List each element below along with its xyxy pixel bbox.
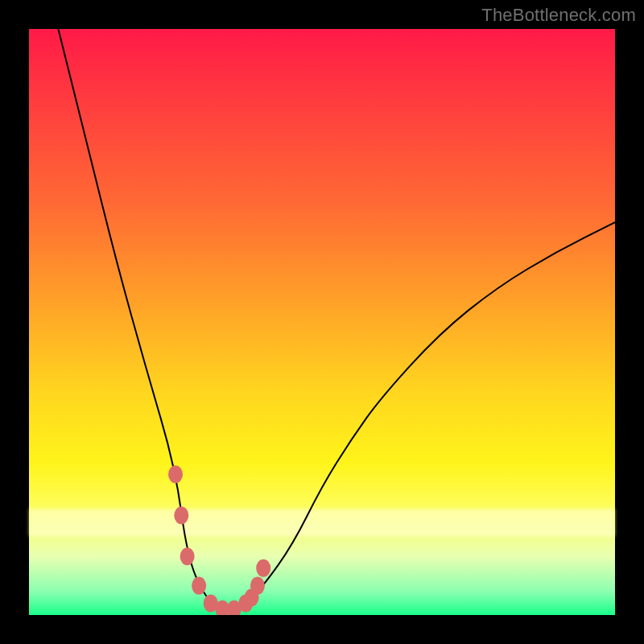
marker-point — [256, 559, 270, 577]
marker-point — [180, 547, 195, 565]
watermark-text: TheBottleneck.com — [481, 5, 636, 26]
plot-area — [29, 29, 615, 615]
marker-point — [245, 588, 259, 606]
marker-point — [192, 577, 206, 595]
marker-group — [168, 465, 270, 615]
marker-point — [168, 465, 183, 483]
marker-point — [250, 577, 265, 595]
marker-point — [227, 601, 242, 615]
chart-frame: TheBottleneck.com — [0, 0, 644, 644]
highlight-band — [29, 509, 615, 536]
marker-point — [204, 594, 218, 612]
marker-point — [215, 601, 229, 615]
marker-point — [238, 594, 253, 612]
